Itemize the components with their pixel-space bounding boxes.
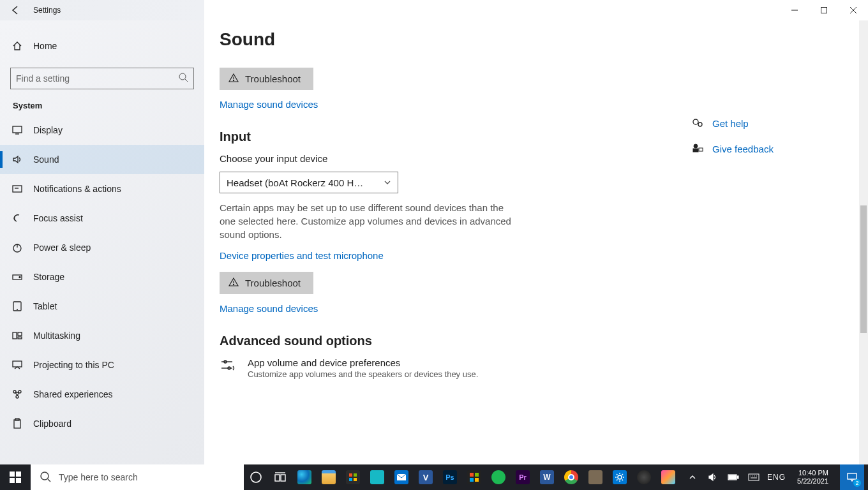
svg-rect-9: [18, 332, 22, 336]
svg-point-43: [618, 475, 622, 479]
svg-rect-11: [13, 361, 22, 367]
sidebar-item-label: Multitasking: [33, 330, 80, 341]
svg-point-14: [16, 396, 19, 398]
sidebar-item-label: Storage: [33, 272, 64, 282]
manage-output-devices-link[interactable]: Manage sound devices: [220, 99, 318, 110]
sidebar-item-label: Shared experiences: [33, 389, 113, 399]
svg-point-31: [251, 472, 261, 482]
taskbar-app-voice-recorder[interactable]: [583, 464, 608, 490]
svg-point-22: [698, 122, 702, 126]
sidebar-item-tablet[interactable]: Tablet: [0, 292, 204, 321]
svg-rect-27: [16, 471, 21, 477]
shared-icon: [11, 389, 23, 400]
troubleshoot-output-button[interactable]: Troubleshoot: [220, 68, 313, 90]
sidebar-item-projecting[interactable]: Projecting to this PC: [0, 350, 204, 380]
svg-rect-47: [749, 474, 759, 480]
tray-date: 5/22/2021: [797, 477, 828, 486]
task-view-button[interactable]: [268, 464, 292, 490]
sidebar-item-power-sleep[interactable]: Power & sleep: [0, 233, 204, 262]
sidebar-item-sound[interactable]: Sound: [0, 145, 204, 174]
app-volume-preferences[interactable]: App volume and device preferences Custom…: [220, 357, 868, 379]
svg-rect-46: [729, 475, 736, 479]
search-icon: [40, 471, 51, 484]
warning-icon: [228, 277, 239, 289]
taskbar-app-mail[interactable]: [389, 464, 414, 490]
svg-rect-8: [13, 332, 17, 339]
sidebar-item-storage[interactable]: Storage: [0, 262, 204, 292]
cortana-button[interactable]: [244, 464, 268, 490]
give-feedback-link[interactable]: Give feedback: [692, 143, 845, 154]
svg-rect-29: [16, 478, 21, 483]
sidebar-item-notifications[interactable]: Notifications & actions: [0, 174, 204, 204]
input-description: Certain apps may be set up to use differ…: [220, 201, 513, 241]
taskbar-app-microsoft-365[interactable]: [462, 464, 486, 490]
tray-battery-icon[interactable]: [726, 464, 740, 490]
get-help-label: Get help: [712, 118, 749, 129]
back-button[interactable]: [0, 0, 31, 20]
svg-point-30: [41, 472, 49, 480]
maximize-button[interactable]: [809, 0, 839, 20]
app-volume-title: App volume and device preferences: [248, 357, 478, 368]
taskbar-app-chrome[interactable]: [559, 464, 583, 490]
tray-clock[interactable]: 10:40 PM 5/22/2021: [792, 469, 834, 486]
taskbar-app-premiere[interactable]: Pr: [511, 464, 535, 490]
taskbar-app-edge[interactable]: [292, 464, 317, 490]
minimize-button[interactable]: [780, 0, 809, 20]
tray-keyboard-icon[interactable]: [747, 464, 761, 490]
button-label: Troubleshoot: [245, 278, 301, 288]
power-icon: [11, 242, 23, 253]
taskbar: Type here to search V Ps Pr W ENG 10:40 …: [0, 464, 868, 490]
main-content: Sound Troubleshoot Manage sound devices …: [204, 20, 868, 464]
svg-point-1: [179, 73, 186, 80]
taskbar-app-obs[interactable]: [632, 464, 656, 490]
get-help-link[interactable]: Get help: [692, 117, 845, 129]
tray-volume-icon[interactable]: [706, 464, 720, 490]
sidebar-item-label: Focus assist: [33, 213, 83, 223]
home-label: Home: [33, 41, 57, 51]
start-button[interactable]: [0, 464, 31, 490]
home-button[interactable]: Home: [0, 33, 204, 59]
tray-time: 10:40 PM: [797, 469, 828, 477]
sidebar-item-display[interactable]: Display: [0, 115, 204, 145]
svg-rect-41: [470, 478, 474, 482]
taskbar-app-settings[interactable]: [608, 464, 632, 490]
taskbar-app-word[interactable]: W: [535, 464, 559, 490]
svg-rect-39: [470, 473, 474, 477]
svg-rect-3: [13, 186, 22, 192]
close-button[interactable]: [839, 0, 868, 20]
system-tray: ENG 10:40 PM 5/22/2021 2: [685, 464, 868, 490]
feedback-icon: [692, 143, 703, 154]
projecting-icon: [11, 359, 23, 371]
sidebar-item-label: Power & sleep: [33, 242, 91, 253]
input-device-select[interactable]: Headset (boAt Rockerz 400 Hand...: [220, 172, 398, 193]
svg-rect-33: [281, 475, 285, 481]
svg-point-18: [233, 284, 234, 285]
taskbar-app-filmora[interactable]: [365, 464, 389, 490]
manage-input-devices-link[interactable]: Manage sound devices: [220, 303, 318, 314]
taskbar-app-photoshop[interactable]: Ps: [438, 464, 462, 490]
sidebar-item-multitasking[interactable]: Multitasking: [0, 321, 204, 350]
tray-language[interactable]: ENG: [767, 473, 786, 482]
taskbar-app-visio[interactable]: V: [414, 464, 438, 490]
tray-overflow-button[interactable]: [685, 464, 700, 490]
sidebar-item-label: Tablet: [33, 301, 57, 311]
sidebar-item-shared-experiences[interactable]: Shared experiences: [0, 380, 204, 409]
taskbar-app-paint3d[interactable]: [656, 464, 680, 490]
taskbar-app-microsoft-store[interactable]: [341, 464, 365, 490]
search-box[interactable]: [10, 68, 194, 89]
taskbar-app-spotify[interactable]: [486, 464, 511, 490]
search-icon: [178, 72, 188, 85]
troubleshoot-input-button[interactable]: Troubleshoot: [220, 272, 313, 294]
action-center-button[interactable]: 2: [840, 464, 864, 490]
device-properties-link[interactable]: Device properties and test microphone: [220, 250, 384, 261]
sidebar-section-system: System: [0, 101, 204, 115]
svg-rect-0: [821, 8, 827, 13]
sidebar-item-clipboard[interactable]: Clipboard: [0, 409, 204, 438]
sidebar-item-focus-assist[interactable]: Focus assist: [0, 204, 204, 233]
taskbar-app-file-explorer[interactable]: [317, 464, 341, 490]
scrollbar-thumb[interactable]: [860, 205, 867, 333]
vertical-scrollbar[interactable]: [859, 20, 868, 464]
search-input[interactable]: [16, 73, 178, 84]
select-value: Headset (boAt Rockerz 400 Hand...: [227, 177, 367, 188]
taskbar-search[interactable]: Type here to search: [31, 464, 244, 490]
